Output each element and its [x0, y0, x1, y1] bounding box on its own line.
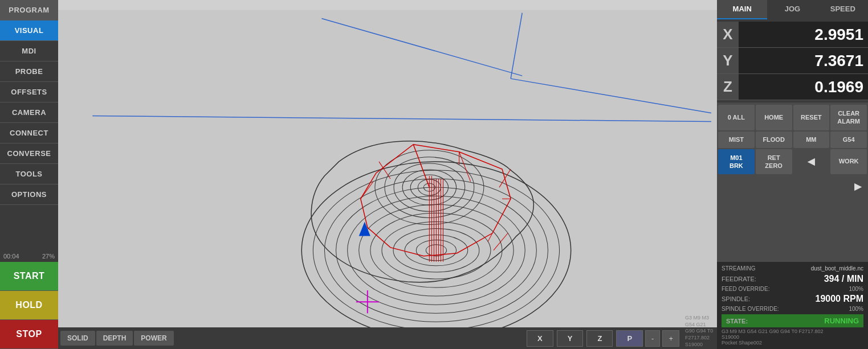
solid-button[interactable]: SOLID	[60, 331, 95, 346]
x-label: X	[717, 22, 739, 47]
feed-override-label: FEED OVERRIDE:	[722, 286, 769, 292]
progress-pct: 27%	[42, 253, 55, 260]
g54-button[interactable]: G54	[830, 132, 867, 148]
depth-button[interactable]: DEPTH	[96, 331, 133, 346]
ret-zero-button[interactable]: RETZERO	[756, 149, 792, 175]
z-value: 0.1969	[739, 74, 868, 100]
y-value: 7.3671	[739, 48, 868, 73]
p-axis-button[interactable]: P	[616, 330, 643, 347]
progress-bar: 00:04 27%	[0, 251, 58, 262]
y-coord-row: Y 7.3671	[717, 48, 868, 74]
streaming-label: STREAMING	[722, 265, 755, 272]
minus-button[interactable]: -	[645, 330, 660, 347]
tab-main[interactable]: MAIN	[717, 0, 767, 19]
gcode-status: G3 M9 M3 G54 G21 G90 G94 T0 F2717.802 S1…	[680, 315, 715, 349]
clear-alarm-button[interactable]: CLEARALARM	[830, 105, 867, 130]
sidebar-item-converse[interactable]: CONVERSE	[0, 143, 58, 164]
stop-button[interactable]: STOP	[0, 320, 58, 349]
feedrate-row: FEEDRATE: 394 / MIN	[722, 274, 863, 284]
spindle-row: SPINDLE: 19000 RPM	[722, 294, 863, 304]
elapsed-time: 00:04	[3, 253, 19, 260]
feed-override-row: FEED OVERRIDE: 100%	[722, 286, 863, 292]
button-grid: 0 ALL HOME RESET CLEARALARM MIST FLOOD M…	[717, 102, 868, 176]
y-axis-button[interactable]: Y	[557, 330, 584, 347]
feedrate-label: FEEDRATE:	[722, 276, 756, 282]
state-label: STATE:	[726, 318, 748, 325]
spindle-label: SPINDLE:	[722, 295, 750, 302]
bottom-toolbar: SOLID DEPTH POWER X Y Z P - + G3 M9 M3 G…	[58, 327, 717, 349]
status-section: STREAMING dust_boot_middle.nc FEEDRATE: …	[717, 262, 868, 349]
feed-override-value: 100%	[849, 286, 863, 292]
tab-jog[interactable]: JOG	[767, 0, 817, 19]
hold-button[interactable]: HOLD	[0, 291, 58, 320]
power-button[interactable]: POWER	[134, 331, 173, 346]
plus-button[interactable]: +	[662, 330, 679, 347]
sidebar-item-visual[interactable]: VISUAL	[0, 20, 58, 41]
sidebar-item-program[interactable]: PROGRAM	[0, 0, 58, 20]
canvas-area[interactable]: SOLID DEPTH POWER X Y Z P - + G3 M9 M3 G…	[58, 0, 717, 349]
sidebar-item-mdi[interactable]: MDI	[0, 41, 58, 61]
arrow-left-button[interactable]: ◀	[793, 149, 830, 175]
state-bar: STATE: RUNNING	[722, 314, 863, 327]
state-value: RUNNING	[824, 317, 859, 325]
arrow-right-work-button[interactable]: ▶	[849, 176, 867, 196]
gcode-display: G3 M9 M3 G54 G21 G90 G94 T0 F2717.802 S1…	[722, 329, 863, 346]
sidebar-item-camera[interactable]: CAMERA	[0, 102, 58, 123]
zero-all-button[interactable]: 0 ALL	[718, 105, 755, 130]
spindle-override-value: 100%	[849, 306, 863, 312]
mist-button[interactable]: MIST	[718, 132, 755, 148]
reset-button[interactable]: RESET	[793, 105, 830, 130]
streaming-row: STREAMING dust_boot_middle.nc	[722, 265, 863, 272]
sidebar-item-probe[interactable]: PROBE	[0, 61, 58, 82]
sidebar-item-tools[interactable]: TOOLS	[0, 164, 58, 184]
flood-button[interactable]: FLOOD	[756, 132, 792, 148]
right-tabs: MAIN JOG SPEED	[717, 0, 868, 19]
spindle-value: 19000 RPM	[816, 294, 864, 304]
feedrate-value: 394 / MIN	[824, 274, 863, 284]
streaming-file: dust_boot_middle.nc	[811, 265, 863, 272]
sidebar-item-offsets[interactable]: OFFSETS	[0, 82, 58, 102]
z-coord-row: Z 0.1969	[717, 74, 868, 100]
work-button[interactable]: WORK	[830, 149, 867, 175]
z-label: Z	[717, 74, 739, 100]
right-panel: MAIN JOG SPEED X 2.9951 Y 7.3671 Z 0.196…	[717, 0, 868, 349]
mm-button[interactable]: MM	[793, 132, 830, 148]
coordinates-block: X 2.9951 Y 7.3671 Z 0.1969	[717, 19, 868, 102]
sidebar-item-options[interactable]: OPTIONS	[0, 184, 58, 205]
tab-speed[interactable]: SPEED	[818, 0, 868, 19]
y-label: Y	[717, 48, 739, 73]
x-coord-row: X 2.9951	[717, 22, 868, 48]
spindle-override-label: SPINDLE OVERRIDE:	[722, 306, 779, 312]
home-button[interactable]: HOME	[756, 105, 792, 130]
m01-brk-button[interactable]: M01BRK	[718, 149, 755, 175]
sidebar-item-connect[interactable]: CONNECT	[0, 123, 58, 143]
z-axis-button[interactable]: Z	[586, 330, 613, 347]
x-axis-button[interactable]: X	[527, 330, 553, 347]
x-value: 2.9951	[739, 22, 868, 47]
spindle-override-row: SPINDLE OVERRIDE: 100%	[722, 306, 863, 312]
sidebar: PROGRAM VISUAL MDI PROBE OFFSETS CAMERA …	[0, 0, 58, 349]
start-button[interactable]: START	[0, 262, 58, 291]
